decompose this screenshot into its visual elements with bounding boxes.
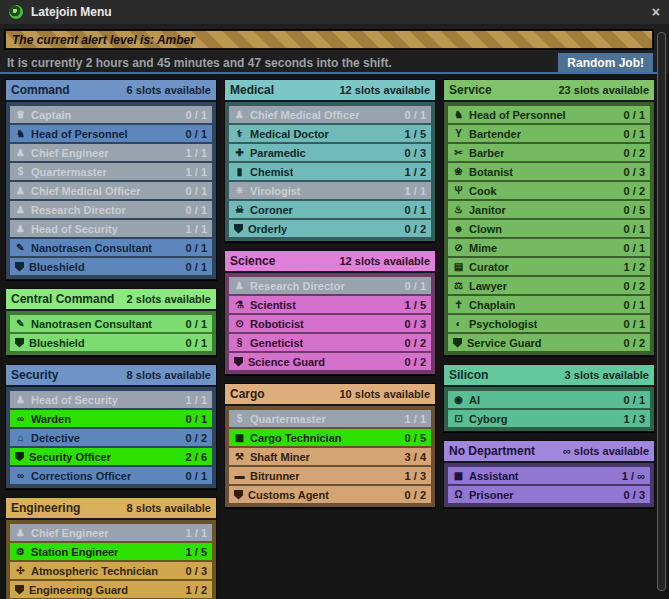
job-slots-count: 1 / 1 [186, 394, 207, 406]
person-icon: ♟ [234, 110, 245, 120]
job-row-head-of-personnel[interactable]: ♞Head of Personnel0 / 1 [10, 125, 212, 142]
job-row-bartender[interactable]: YBartender0 / 1 [448, 125, 650, 142]
job-slots-count: 0 / 1 [405, 204, 426, 216]
section-slots-available: 12 slots available [340, 84, 431, 96]
job-row-roboticist[interactable]: ⊙Roboticist0 / 3 [229, 315, 431, 332]
section-header-central-command: Central Command2 slots available [6, 289, 216, 311]
job-name: Geneticist [250, 337, 303, 349]
section-body: ♟Head of Security1 / 1∞Warden0 / 1⌂Detec… [6, 387, 216, 488]
job-row-ai[interactable]: ◉AI0 / 1 [448, 391, 650, 408]
job-row-virologist: ✳Virologist1 / 1 [229, 182, 431, 199]
section-title: Command [11, 83, 70, 97]
job-row-station-engineer[interactable]: ⚙Station Engineer1 / 5 [10, 543, 212, 560]
job-row-head-of-security: ♟Head of Security1 / 1 [10, 220, 212, 237]
titlebar: Latejoin Menu × [0, 0, 669, 24]
job-row-paramedic[interactable]: ✚Paramedic0 / 3 [229, 144, 431, 161]
person-icon: ♟ [15, 148, 26, 158]
job-row-atmospheric-technician[interactable]: ✣Atmospheric Technician0 / 3 [10, 562, 212, 579]
job-row-curator[interactable]: ▤Curator1 / 2 [448, 258, 650, 275]
job-slots-count: 0 / 3 [624, 489, 645, 501]
crate-icon: ▦ [234, 433, 245, 443]
job-row-cargo-technician[interactable]: ▦Cargo Technician0 / 5 [229, 429, 431, 446]
job-row-barber[interactable]: ✂Barber0 / 2 [448, 144, 650, 161]
job-slots-count: 0 / 2 [624, 280, 645, 292]
job-row-prisoner[interactable]: ΩPrisoner0 / 3 [448, 486, 650, 503]
virus-icon: ✳ [234, 186, 245, 196]
job-row-security-officer[interactable]: Security Officer2 / 6 [10, 448, 212, 465]
job-row-chaplain[interactable]: ✝Chaplain0 / 1 [448, 296, 650, 313]
job-slots-count: 0 / 2 [405, 223, 426, 235]
job-row-orderly[interactable]: Orderly0 / 2 [229, 220, 431, 237]
job-slots-count: 0 / 2 [624, 337, 645, 349]
close-icon[interactable]: × [652, 5, 660, 19]
job-slots-count: 1 / 1 [186, 527, 207, 539]
job-row-blueshield[interactable]: Blueshield0 / 1 [10, 334, 212, 351]
job-name: Engineering Guard [29, 584, 128, 596]
moneybag-icon: $ [234, 414, 245, 424]
job-row-chemist[interactable]: ▮Chemist1 / 2 [229, 163, 431, 180]
job-row-shaft-miner[interactable]: ⚒Shaft Miner3 / 4 [229, 448, 431, 465]
job-row-assistant[interactable]: ▦Assistant1 / ∞ [448, 467, 650, 484]
job-slots-count: 1 / 2 [624, 261, 645, 273]
scrollbar[interactable] [657, 32, 666, 591]
job-row-nanotrasen-consultant[interactable]: ✎Nanotrasen Consultant0 / 1 [10, 315, 212, 332]
job-slots-count: 0 / 2 [624, 147, 645, 159]
job-name: Cook [469, 185, 497, 197]
job-row-corrections-officer[interactable]: ∞Corrections Officer0 / 1 [10, 467, 212, 484]
section-header-service: Service23 slots available [444, 80, 654, 102]
job-row-warden[interactable]: ∞Warden0 / 1 [10, 410, 212, 427]
job-row-botanist[interactable]: ❀Botanist0 / 3 [448, 163, 650, 180]
job-name: Atmospheric Technician [31, 565, 158, 577]
job-row-scientist[interactable]: ⚗Scientist1 / 5 [229, 296, 431, 313]
job-slots-count: 0 / 3 [186, 565, 207, 577]
job-name: Head of Personnel [469, 109, 566, 121]
section-body: ♛Captain0 / 1♞Head of Personnel0 / 1♟Chi… [6, 102, 216, 279]
job-row-customs-agent[interactable]: Customs Agent0 / 2 [229, 486, 431, 503]
job-row-clown[interactable]: ☻Clown0 / 1 [448, 220, 650, 237]
section-service: Service23 slots available♞Head of Person… [443, 79, 655, 356]
job-slots-count: 0 / 1 [186, 470, 207, 482]
job-slots-count: 0 / 1 [186, 413, 207, 425]
random-job-button[interactable]: Random Job! [558, 53, 653, 72]
shield-icon [15, 338, 24, 348]
section-science: Science12 slots available♟Research Direc… [224, 250, 436, 375]
job-slots-count: 0 / 1 [624, 128, 645, 140]
job-slots-count: 2 / 6 [186, 451, 207, 463]
job-row-cyborg[interactable]: ⊡Cyborg1 / 3 [448, 410, 650, 427]
job-row-head-of-personnel[interactable]: ♞Head of Personnel0 / 1 [448, 106, 650, 123]
job-row-nanotrasen-consultant[interactable]: ✎Nanotrasen Consultant0 / 1 [10, 239, 212, 256]
job-slots-count: 1 / 1 [186, 147, 207, 159]
ss14-logo-icon [9, 5, 23, 19]
job-row-science-guard[interactable]: Science Guard0 / 2 [229, 353, 431, 370]
job-slots-count: 0 / 1 [186, 128, 207, 140]
job-row-cook[interactable]: ΨCook0 / 2 [448, 182, 650, 199]
section-body: ♞Head of Personnel0 / 1YBartender0 / 1✂B… [444, 102, 654, 355]
job-row-coroner[interactable]: ☠Coroner0 / 1 [229, 201, 431, 218]
job-row-service-guard[interactable]: Service Guard0 / 2 [448, 334, 650, 351]
job-name: Head of Security [31, 223, 118, 235]
job-row-bitrunner[interactable]: ▬Bitrunner1 / 3 [229, 467, 431, 484]
job-row-blueshield[interactable]: Blueshield0 / 1 [10, 258, 212, 275]
job-name: Lawyer [469, 280, 507, 292]
section-engineering: Engineering8 slots available♟Chief Engin… [5, 497, 217, 599]
job-row-geneticist[interactable]: §Geneticist0 / 2 [229, 334, 431, 351]
job-row-engineering-guard[interactable]: Engineering Guard1 / 2 [10, 581, 212, 598]
shield-icon [453, 338, 462, 348]
section-title: Security [11, 368, 58, 382]
cross-icon: ✝ [453, 300, 464, 310]
job-slots-count: 0 / 1 [624, 109, 645, 121]
job-name: Cargo Technician [250, 432, 341, 444]
job-row-medical-doctor[interactable]: ⚕Medical Doctor1 / 5 [229, 125, 431, 142]
job-slots-count: 1 / 1 [405, 185, 426, 197]
book-icon: ▤ [453, 262, 464, 272]
job-row-mime[interactable]: ⊘Mime0 / 1 [448, 239, 650, 256]
job-row-psychologist[interactable]: ◐Psychologist0 / 1 [448, 315, 650, 332]
job-row-detective[interactable]: ⌂Detective0 / 2 [10, 429, 212, 446]
section-slots-available: 8 slots available [127, 502, 211, 514]
shield-icon [15, 585, 24, 595]
job-slots-count: 0 / 1 [186, 261, 207, 273]
job-slots-count: 1 / 2 [186, 584, 207, 596]
status-row: It is currently 2 hours and 45 minutes a… [0, 49, 669, 72]
job-row-lawyer[interactable]: ⚖Lawyer0 / 2 [448, 277, 650, 294]
job-row-janitor[interactable]: ♨Janitor0 / 5 [448, 201, 650, 218]
